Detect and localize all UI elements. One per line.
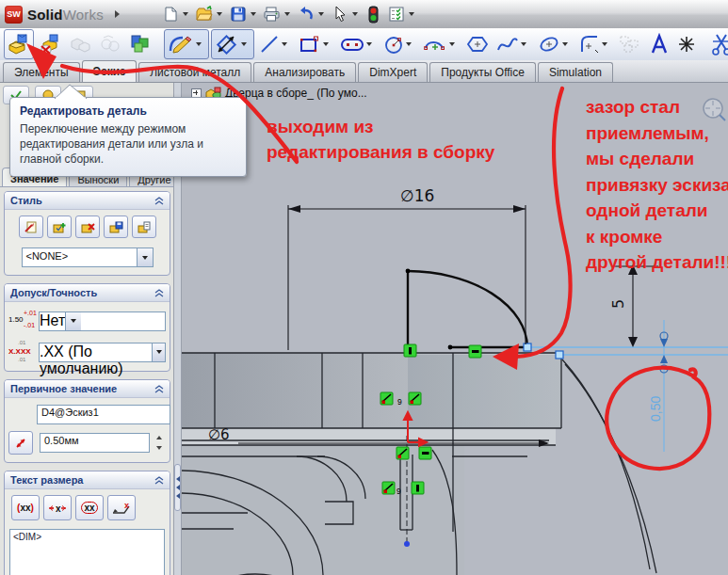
fillet-dropdown[interactable] [602,42,607,46]
collapse-chevron-icon[interactable] [154,197,164,205]
print-button[interactable] [261,3,283,25]
sketch-text-button[interactable] [646,30,672,58]
circle-dropdown[interactable] [406,42,412,46]
constraint-coincident-badge[interactable] [380,392,393,405]
graphics-area[interactable]: 0,50 ∅16 5 ∅6 [182,83,728,575]
polygon-button[interactable] [463,30,492,58]
style-add-favorite-button[interactable] [47,216,72,238]
edit-part-cancel-button[interactable] [36,30,64,58]
open-button[interactable] [193,3,216,25]
collapse-chevron-icon[interactable] [154,289,164,297]
constraint-coincident-badge[interactable] [382,482,395,494]
tolerance-combobox[interactable]: Нет [39,311,166,331]
tab-sketch[interactable]: Эскиз [82,60,138,82]
panel-collapse-handle[interactable] [174,464,181,511]
dim-d6-label[interactable]: ∅6 [208,426,230,443]
dim-d16-label[interactable]: ∅16 [400,186,434,205]
group-dimension-text-header[interactable]: Текст размера [5,471,170,489]
style-delete-favorite-button[interactable] [75,216,100,238]
fillet-button[interactable] [576,30,614,58]
constraint-horizontal-badge[interactable] [419,447,431,459]
sketch-dropdown[interactable] [196,42,202,46]
sketch-grip[interactable] [556,351,563,359]
slot-button[interactable] [337,30,379,58]
style-load-favorite-button[interactable] [132,216,156,238]
trim-button[interactable] [708,30,728,58]
tab-simulation[interactable]: Simulation [538,62,613,82]
menu-flyout-arrow-icon[interactable] [115,10,120,18]
undo-dropdown[interactable] [318,12,324,16]
circle-button[interactable] [380,30,418,58]
open-dropdown[interactable] [217,12,222,16]
constraint-horizontal-badge[interactable] [469,345,481,358]
style-save-favorite-button[interactable] [104,216,128,238]
dim-text-parentheses-button[interactable]: (xx) [11,495,40,520]
arc-button[interactable] [420,30,461,58]
collapse-chevron-icon[interactable] [154,385,164,393]
constraint-coincident-badge[interactable] [409,392,421,405]
new-document-button[interactable] [159,3,182,25]
dimension-value-field[interactable]: 0.50мм [40,433,150,453]
rebuild-button[interactable] [363,3,385,25]
ellipse-dropdown[interactable] [562,42,568,46]
sketch-canvas[interactable]: 0,50 ∅16 5 ∅6 [182,83,728,575]
spinner-down-icon[interactable] [153,443,166,454]
dimension-text-area[interactable]: <DIM> [9,529,165,575]
part-faces[interactable] [182,353,561,575]
group-tolerance-header[interactable]: Допуск/Точность [5,284,170,302]
tree-item-label[interactable]: Дверца в сборе_ (По умо... [225,87,367,100]
style-apply-default-button[interactable] [19,216,43,238]
constraint-coincident-badge[interactable] [396,447,409,459]
rectangle-button[interactable] [296,30,335,58]
arc-dropdown[interactable] [449,42,455,46]
tab-evaluate[interactable]: Анализировать [253,62,356,82]
new-document-dropdown[interactable] [183,12,188,16]
constraint-vertical-badge[interactable] [404,344,416,357]
tab-office-products[interactable]: Продукты Office [429,62,536,82]
precision-combobox[interactable]: .XX (По умолчанию) [39,343,166,362]
line-button[interactable] [256,30,294,58]
dimension-value-spinner[interactable] [153,433,166,453]
tab-dimxpert[interactable]: DimXpert [358,62,428,82]
smart-dimension-button[interactable] [211,29,254,59]
smart-dimension-dropdown[interactable] [241,42,247,46]
assembly-disabled-button[interactable] [66,30,94,58]
point-button[interactable] [674,30,699,58]
rectangle-dropdown[interactable] [323,42,329,46]
sketch-endpoint[interactable] [404,541,410,547]
group-style-header[interactable]: Стиль [5,192,170,210]
linear-pattern-disabled-button[interactable] [616,30,644,58]
select-button[interactable] [329,3,351,25]
sketch-point[interactable] [448,345,453,350]
slot-dropdown[interactable] [366,42,372,46]
save-button[interactable] [227,3,250,25]
spinner-up-icon[interactable] [153,433,166,443]
tab-elements[interactable]: Элементы [3,62,80,82]
dimension-name-field[interactable]: D4@Эскиз1 [37,405,170,424]
select-dropdown[interactable] [352,12,358,16]
sketch-button[interactable] [164,29,209,59]
line-dropdown[interactable] [282,42,287,46]
save-dropdown[interactable] [251,12,256,16]
options-button[interactable] [385,3,408,25]
spline-button[interactable] [493,30,533,58]
dim-h5-label[interactable]: 5 [609,299,627,309]
sketch-entities[interactable] [408,271,527,350]
precision-combobox-arrow[interactable] [152,343,165,361]
ellipse-button[interactable] [535,30,574,58]
constraint-vertical-badge[interactable] [412,482,424,494]
undo-button[interactable] [295,3,317,25]
spline-dropdown[interactable] [521,42,526,46]
group-primary-value-header[interactable]: Первичное значение [5,380,170,398]
sketch-grip[interactable] [524,343,531,351]
print-dropdown[interactable] [284,12,290,16]
assembly-transparent-disabled-button[interactable] [96,30,124,58]
dim-text-inspection-button[interactable]: xx [75,495,104,520]
dim-text-center-button[interactable]: x [43,495,72,520]
style-combobox[interactable]: <NONE> [22,248,154,267]
dim-text-leader-button[interactable]: x [107,495,136,520]
collapse-chevron-icon[interactable] [154,476,164,485]
dim-gap-label[interactable]: 0,50 [648,396,663,422]
flip-dimension-button[interactable] [8,431,33,455]
tab-sheet-metal[interactable]: Листовой металл [138,62,251,82]
